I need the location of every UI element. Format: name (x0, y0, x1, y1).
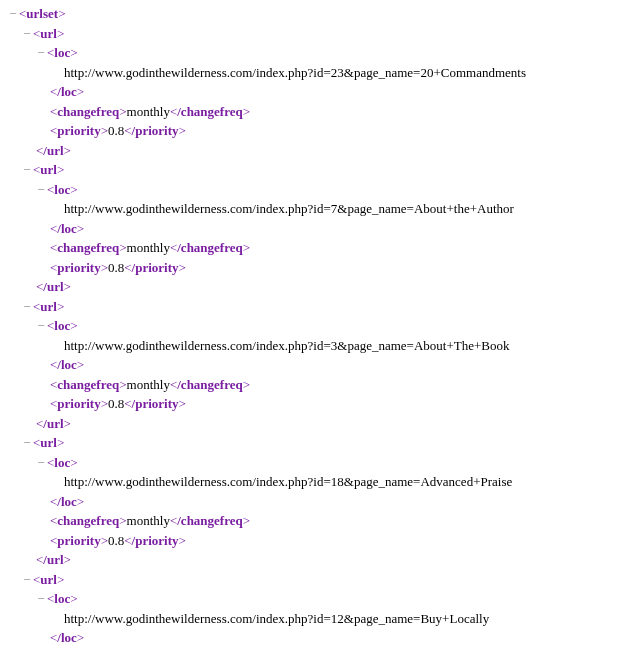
url-open: −<url> (8, 160, 623, 180)
loc-open: −<loc> (8, 589, 623, 609)
collapse-icon[interactable]: − (36, 180, 46, 200)
changefreq-line: <changefreq>monthly</changefreq> (8, 238, 623, 258)
loc-close: </loc> (8, 355, 623, 375)
changefreq-value: monthly (127, 377, 170, 392)
loc-open: −<loc> (8, 453, 623, 473)
collapse-icon[interactable]: − (22, 297, 32, 317)
loc-open: −<loc> (8, 43, 623, 63)
loc-close: </loc> (8, 219, 623, 239)
loc-value: http://www.godinthewilderness.com/index.… (8, 472, 623, 492)
changefreq-value: monthly (127, 104, 170, 119)
priority-value: 0.8 (108, 260, 124, 275)
url-open: −<url> (8, 297, 623, 317)
url-close: </url> (8, 414, 623, 434)
changefreq-line: <changefreq>monthly</changefreq> (8, 375, 623, 395)
xml-tree: −<urlset>−<url>−<loc>http://www.godinthe… (8, 4, 623, 648)
collapse-icon[interactable]: − (36, 316, 46, 336)
changefreq-value: monthly (127, 240, 170, 255)
collapse-icon[interactable]: − (36, 453, 46, 473)
url-open: −<url> (8, 24, 623, 44)
collapse-icon[interactable]: − (8, 4, 18, 24)
urlset-open: −<urlset> (8, 4, 623, 24)
loc-close: </loc> (8, 82, 623, 102)
loc-close: </loc> (8, 628, 623, 648)
url-open: −<url> (8, 433, 623, 453)
priority-value: 0.8 (108, 533, 124, 548)
changefreq-line: <changefreq>monthly</changefreq> (8, 102, 623, 122)
changefreq-line: <changefreq>monthly</changefreq> (8, 511, 623, 531)
collapse-icon[interactable]: − (22, 570, 32, 590)
url-close: </url> (8, 277, 623, 297)
collapse-icon[interactable]: − (22, 160, 32, 180)
url-close: </url> (8, 141, 623, 161)
loc-value: http://www.godinthewilderness.com/index.… (8, 63, 623, 83)
priority-value: 0.8 (108, 123, 124, 138)
priority-line: <priority>0.8</priority> (8, 121, 623, 141)
priority-value: 0.8 (108, 396, 124, 411)
loc-value: http://www.godinthewilderness.com/index.… (8, 336, 623, 356)
loc-open: −<loc> (8, 180, 623, 200)
collapse-icon[interactable]: − (22, 433, 32, 453)
priority-line: <priority>0.8</priority> (8, 394, 623, 414)
priority-line: <priority>0.8</priority> (8, 258, 623, 278)
collapse-icon[interactable]: − (36, 589, 46, 609)
loc-value: http://www.godinthewilderness.com/index.… (8, 199, 623, 219)
url-close: </url> (8, 550, 623, 570)
loc-value: http://www.godinthewilderness.com/index.… (8, 609, 623, 629)
loc-open: −<loc> (8, 316, 623, 336)
loc-close: </loc> (8, 492, 623, 512)
collapse-icon[interactable]: − (22, 24, 32, 44)
url-open: −<url> (8, 570, 623, 590)
collapse-icon[interactable]: − (36, 43, 46, 63)
priority-line: <priority>0.8</priority> (8, 531, 623, 551)
changefreq-value: monthly (127, 513, 170, 528)
